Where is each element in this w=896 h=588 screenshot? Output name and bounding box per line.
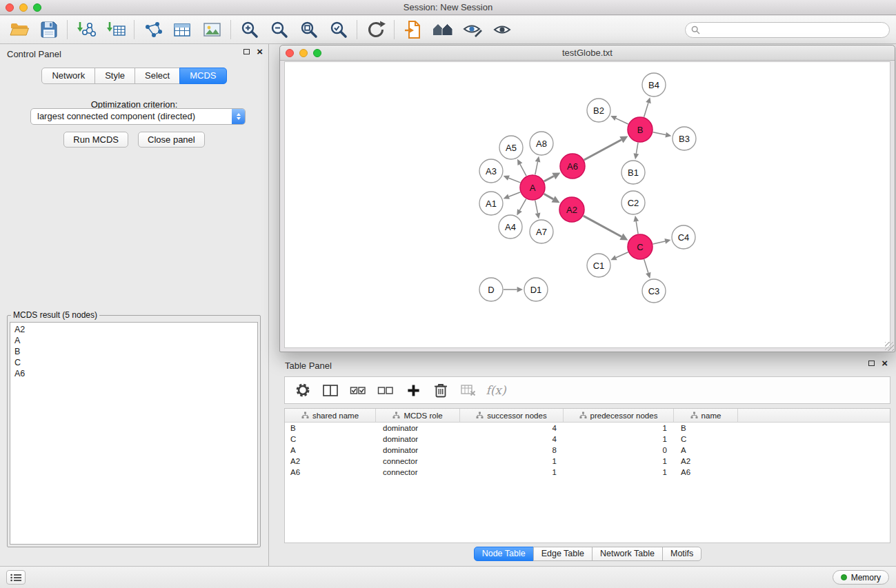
graph-edge-C-C1[interactable]: [616, 252, 628, 258]
column-visibility-button[interactable]: [318, 379, 343, 401]
zoom-window-button[interactable]: [313, 49, 321, 57]
graph-node-B4[interactable]: B4: [642, 73, 666, 97]
graph-edge-B-B2[interactable]: [616, 119, 628, 124]
column-header-predecessor-nodes[interactable]: predecessor nodes: [564, 409, 674, 422]
result-item[interactable]: C: [14, 357, 253, 368]
titlebar[interactable]: Session: New Session: [0, 0, 896, 15]
close-panel-button[interactable]: Close panel: [138, 132, 205, 148]
unselect-all-button[interactable]: [373, 379, 398, 401]
table-settings-button[interactable]: [290, 379, 315, 401]
graph-node-C1[interactable]: C1: [587, 254, 610, 277]
graph-edge-A-A8[interactable]: [535, 162, 538, 175]
result-item[interactable]: A2: [14, 324, 253, 335]
network-canvas[interactable]: B4B2BB3A8A5A6A3B1AA1C2A2A4A7C4CC1C3DD1: [284, 61, 890, 348]
graph-node-D1[interactable]: D1: [524, 278, 548, 301]
graph-node-C3[interactable]: C3: [642, 279, 666, 303]
close-window-button[interactable]: [6, 3, 14, 12]
tab-node-table[interactable]: Node Table: [474, 547, 534, 561]
home-button[interactable]: [428, 17, 457, 42]
criterion-dropdown[interactable]: largest connected component (directed): [30, 108, 246, 125]
export-image-button[interactable]: [197, 17, 227, 42]
graph-edge-C-C4[interactable]: [653, 241, 666, 244]
import-network-from-file-button[interactable]: [71, 17, 101, 42]
zoom-selected-button[interactable]: [323, 17, 353, 42]
show-graphics-details-button[interactable]: [487, 17, 517, 42]
graph-node-C4[interactable]: C4: [672, 225, 695, 249]
graph-edge-A-A6[interactable]: [544, 176, 554, 182]
network-window-titlebar[interactable]: testGlobe.txt: [280, 45, 895, 61]
float-panel-icon[interactable]: [243, 49, 250, 54]
tab-network-table[interactable]: Network Table: [592, 547, 663, 561]
column-header-shared-name[interactable]: shared name: [285, 409, 376, 422]
graph-edge-B-B1[interactable]: [636, 143, 638, 154]
run-mcds-button[interactable]: Run MCDS: [63, 132, 128, 148]
table-row[interactable]: A6connector11A6: [285, 467, 890, 478]
zoom-in-button[interactable]: [235, 17, 264, 42]
minimize-window-button[interactable]: [299, 49, 308, 57]
close-panel-icon[interactable]: ×: [257, 48, 263, 55]
graph-node-A4[interactable]: A4: [499, 215, 522, 239]
mcds-result-list[interactable]: A2ABCA6: [10, 322, 258, 545]
graph-edge-A-A4[interactable]: [519, 199, 526, 211]
delete-table-button[interactable]: [456, 379, 481, 401]
delete-column-button[interactable]: [428, 379, 453, 401]
tab-mcds[interactable]: MCDS: [179, 68, 226, 84]
style-preview-button[interactable]: [457, 17, 487, 42]
graph-edge-A-A3[interactable]: [508, 178, 520, 183]
graph-node-B3[interactable]: B3: [673, 127, 696, 150]
tab-edge-table[interactable]: Edge Table: [533, 547, 593, 561]
tab-motifs[interactable]: Motifs: [662, 547, 701, 561]
import-table-from-file-button[interactable]: [101, 17, 130, 42]
add-column-button[interactable]: [401, 379, 426, 401]
open-session-file-button[interactable]: [398, 17, 428, 42]
graph-node-C[interactable]: C: [628, 234, 653, 259]
table-row[interactable]: Bdominator41B: [285, 423, 890, 434]
graph-node-A6[interactable]: A6: [560, 154, 585, 179]
tab-style[interactable]: Style: [94, 68, 135, 84]
tab-network[interactable]: Network: [41, 68, 95, 84]
graph-node-A2[interactable]: A2: [559, 197, 584, 222]
column-header-MCDS-role[interactable]: MCDS role: [376, 409, 460, 422]
search-box[interactable]: [685, 22, 890, 38]
save-session-button[interactable]: [34, 17, 63, 42]
graph-node-A3[interactable]: A3: [479, 159, 503, 183]
graph-edge-C-C3[interactable]: [644, 259, 648, 273]
open-file-button[interactable]: [4, 17, 34, 42]
graph-edge-A6-B[interactable]: [584, 140, 621, 160]
table-row[interactable]: Cdominator41C: [285, 434, 890, 445]
result-item[interactable]: A6: [14, 368, 253, 379]
new-table-button[interactable]: [168, 17, 197, 42]
graph-edge-A-A7[interactable]: [535, 201, 538, 214]
node-table[interactable]: shared nameMCDS rolesuccessor nodesprede…: [284, 408, 890, 543]
close-panel-icon[interactable]: ×: [882, 360, 888, 367]
function-builder-button[interactable]: f(x): [484, 379, 508, 401]
result-item[interactable]: A: [14, 335, 253, 346]
float-panel-icon[interactable]: [868, 361, 875, 366]
search-input[interactable]: [704, 26, 884, 35]
graph-edge-C-C2[interactable]: [636, 221, 638, 234]
graph-edge-A-A5[interactable]: [520, 164, 526, 176]
graph-node-C2[interactable]: C2: [621, 191, 645, 214]
graph-node-D[interactable]: D: [479, 278, 503, 301]
graph-edge-A-A1[interactable]: [509, 192, 521, 196]
zoom-fit-button[interactable]: [294, 17, 323, 42]
new-network-button[interactable]: [138, 17, 168, 42]
result-item[interactable]: B: [14, 346, 253, 357]
column-header-name[interactable]: name: [674, 409, 738, 422]
network-view-window[interactable]: testGlobe.txt B4B2BB3A8A5A6A3B1AA1C2A2A4…: [279, 45, 895, 352]
resize-grip[interactable]: [885, 342, 894, 351]
memory-button[interactable]: Memory: [833, 570, 889, 585]
graph-node-A8[interactable]: A8: [530, 132, 553, 155]
graph-node-A[interactable]: A: [520, 175, 545, 200]
close-window-button[interactable]: [286, 49, 294, 57]
graph-node-B[interactable]: B: [628, 117, 653, 142]
table-row[interactable]: Adominator80A: [285, 445, 890, 456]
graph-edge-B-B3[interactable]: [653, 132, 666, 135]
task-history-button[interactable]: [6, 570, 26, 585]
table-row[interactable]: A2connector11A2: [285, 456, 890, 467]
graph-edge-A2-C[interactable]: [584, 216, 621, 236]
graph-edge-B-B4[interactable]: [644, 103, 648, 117]
graph-node-B2[interactable]: B2: [587, 99, 610, 122]
graph-edge-A-A2[interactable]: [544, 194, 554, 199]
zoom-window-button[interactable]: [33, 3, 41, 12]
